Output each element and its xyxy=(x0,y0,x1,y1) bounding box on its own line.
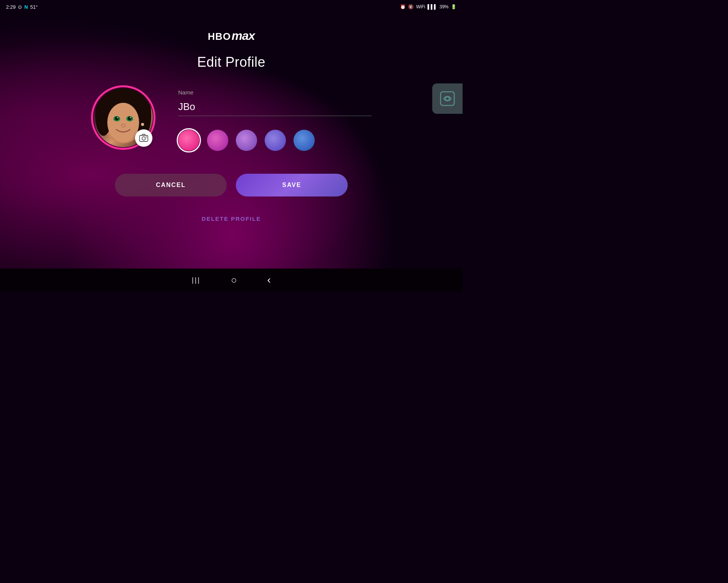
alarm-icon: ⏰ xyxy=(400,4,406,9)
time: 2:29 xyxy=(6,4,16,10)
n-icon: N xyxy=(24,4,28,10)
name-section: Name xyxy=(178,85,372,151)
mute-icon: 🔇 xyxy=(408,4,414,9)
svg-point-13 xyxy=(130,117,131,118)
swatch-purple[interactable] xyxy=(265,130,286,151)
nav-back-icon[interactable]: ‹ xyxy=(267,274,271,286)
temperature: 51° xyxy=(30,4,38,10)
camera-icon xyxy=(139,134,148,143)
form-area: Name xyxy=(83,85,379,151)
status-bar: 2:29 ⊙ N 51° ⏰ 🔇 WiFi ▌▌▌ 39% 🔋 xyxy=(0,0,463,14)
save-button[interactable]: SAVE xyxy=(236,174,348,196)
svg-point-1 xyxy=(446,97,449,101)
overlay-icon-svg xyxy=(439,90,456,107)
swatch-blue[interactable] xyxy=(293,130,315,151)
status-right: ⏰ 🔇 WiFi ▌▌▌ 39% 🔋 xyxy=(400,4,457,9)
wifi-icon: WiFi xyxy=(416,4,425,9)
page-title: Edit Profile xyxy=(197,54,265,70)
svg-point-15 xyxy=(141,123,144,126)
swatch-pink[interactable] xyxy=(178,130,199,151)
avatar-section xyxy=(91,85,155,150)
logo-max: max xyxy=(232,29,255,43)
nav-home-icon[interactable]: ○ xyxy=(231,274,237,286)
svg-rect-6 xyxy=(101,88,146,104)
battery: 39% xyxy=(439,4,449,9)
svg-point-7 xyxy=(107,103,139,142)
svg-point-11 xyxy=(128,116,132,120)
delete-profile-button[interactable]: DELETE PROFILE xyxy=(202,215,261,222)
svg-point-18 xyxy=(146,137,147,138)
nav-menu-icon[interactable]: ||| xyxy=(192,276,201,284)
name-label: Name xyxy=(178,89,372,96)
main-content: HBO max Edit Profile xyxy=(0,14,463,269)
overlay-badge xyxy=(432,83,463,114)
name-input[interactable] xyxy=(178,99,372,116)
swatch-magenta[interactable] xyxy=(207,130,228,151)
buttons-row: CANCEL SAVE xyxy=(83,174,379,196)
nav-bar: ||| ○ ‹ xyxy=(0,269,463,291)
camera-icon: ⊙ xyxy=(18,4,22,10)
swatch-lavender[interactable] xyxy=(236,130,257,151)
svg-point-17 xyxy=(142,137,146,140)
logo-hbo: HBO xyxy=(208,31,231,42)
signal-icon: ▌▌▌ xyxy=(427,4,437,9)
svg-point-12 xyxy=(117,117,118,118)
color-swatches xyxy=(178,130,372,151)
battery-icon: 🔋 xyxy=(451,4,457,9)
logo-container: HBO max xyxy=(208,29,255,43)
hbomax-logo: HBO max xyxy=(208,29,255,43)
svg-rect-16 xyxy=(140,135,148,141)
svg-point-10 xyxy=(115,116,119,120)
camera-button[interactable] xyxy=(135,129,152,147)
status-left: 2:29 ⊙ N 51° xyxy=(6,4,38,10)
svg-rect-0 xyxy=(441,92,454,105)
cancel-button[interactable]: CANCEL xyxy=(115,174,227,196)
